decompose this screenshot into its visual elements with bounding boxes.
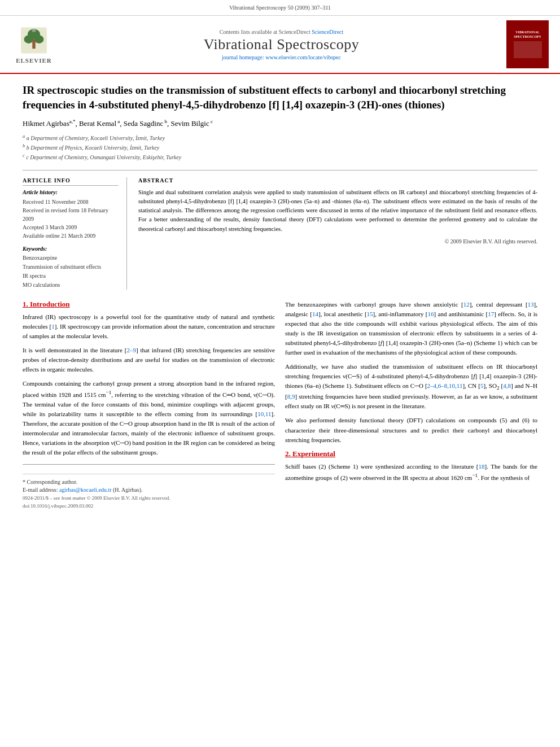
- affiliation-b: b b Department of Physics, Kocaeli Unive…: [23, 143, 537, 152]
- experimental-para-1: Schiff bases (2) (Scheme 1) were synthes…: [285, 462, 537, 483]
- ref-1: 1: [51, 323, 55, 330]
- cover-journal-title: VIBRATIONALSPECTROSCOPY: [514, 30, 541, 38]
- keywords-label: Keywords:: [23, 246, 119, 252]
- elsevier-tree-icon: [17, 25, 51, 56]
- affiliations: a a Department of Chemistry, Kocaeli Uni…: [23, 133, 537, 162]
- online-date: Available online 21 March 2009: [23, 231, 119, 240]
- article-body: IR spectroscopic studies on the transmis…: [0, 74, 560, 520]
- svg-point-2: [24, 35, 34, 43]
- right-para-3: We also performed density functional the…: [285, 416, 537, 444]
- journal-header: Vibrational Spectroscopy 50 (2009) 307–3…: [0, 0, 560, 16]
- journal-cover-thumbnail: VIBRATIONALSPECTROSCOPY: [506, 20, 549, 68]
- experimental-heading: 2. Experimental: [285, 449, 537, 458]
- footer-divider: [23, 464, 275, 465]
- intro-para-1: Infrared (IR) spectroscopy is a powerful…: [23, 312, 275, 341]
- ref-15: 15: [367, 311, 373, 317]
- body-right-column: The benzoxazepines with carbonyl groups …: [285, 300, 537, 509]
- ref-13: 13: [528, 301, 534, 308]
- ref-2-4: 2–4,6–8,10,11: [427, 382, 463, 389]
- article-title: IR spectroscopic studies on the transmis…: [23, 83, 537, 112]
- intro-para-2: It is well demonstrated in the literatur…: [23, 346, 275, 374]
- intro-para-3: Compounds containing the carbonyl group …: [23, 379, 275, 457]
- keyword-2: Transmission of substituent effects: [23, 263, 119, 272]
- elsevier-logo: ELSEVIER: [11, 25, 56, 64]
- right-para-2: Additionally, we have also studied the t…: [285, 362, 537, 412]
- issn-line: 0924-2031/$ – see front matter © 2009 El…: [23, 495, 275, 501]
- intro-heading: 1. Introduction: [23, 300, 275, 309]
- corresponding-note: * Corresponding author.: [23, 479, 275, 485]
- ref-14: 14: [312, 311, 318, 317]
- ref-12: 12: [463, 301, 470, 308]
- contents-line: Contents lists available at ScienceDirec…: [56, 29, 506, 35]
- article-info-column: ARTICLE INFO Article history: Received 1…: [23, 177, 127, 290]
- body-columns: 1. Introduction Infrared (IR) spectrosco…: [23, 300, 537, 509]
- article-footer: * Corresponding author. E-mail address: …: [23, 474, 275, 509]
- journal-title: Vibrational Spectroscopy: [56, 36, 506, 53]
- affiliation-a: a a Department of Chemistry, Kocaeli Uni…: [23, 133, 537, 142]
- doi-line: doi:10.1016/j.vibspec.2009.03.002: [23, 503, 275, 509]
- ref-10-11: 10,11: [257, 410, 271, 417]
- body-section: 1. Introduction Infrared (IR) spectrosco…: [23, 300, 537, 509]
- keywords-section: Keywords: Benzoxazepine Transmission of …: [23, 246, 119, 290]
- email-link[interactable]: agirbas@kocaeli.edu.tr: [59, 487, 112, 493]
- elsevier-brand-text: ELSEVIER: [16, 57, 52, 64]
- svg-rect-4: [32, 40, 36, 49]
- right-para-1: The benzoxazepines with carbonyl groups …: [285, 300, 537, 357]
- keyword-1: Benzoxazepine: [23, 254, 119, 263]
- homepage-label: journal homepage:: [222, 54, 265, 60]
- ref-16: 16: [427, 311, 434, 317]
- svg-point-5: [32, 28, 36, 32]
- keyword-3: IR spectra: [23, 272, 119, 281]
- email-suffix: (H. Agirbas).: [113, 487, 143, 493]
- keyword-4: MO calculations: [23, 281, 119, 290]
- ref-18: 18: [479, 463, 485, 470]
- revised-date: Received in revised form 18 February 200…: [23, 206, 119, 223]
- volume-info: Vibrational Spectroscopy 50 (2009) 307–3…: [11, 5, 549, 11]
- accepted-date: Accepted 3 March 2009: [23, 223, 119, 231]
- ref-2-9: 2–9: [126, 347, 136, 353]
- svg-point-3: [34, 35, 44, 43]
- article-history-label: Article history:: [23, 189, 119, 195]
- sciencedirect-link[interactable]: ScienceDirect: [312, 29, 343, 35]
- email-note: E-mail address: agirbas@kocaeli.edu.tr (…: [23, 487, 275, 493]
- homepage-url[interactable]: www.elsevier.com/locate/vibspec: [265, 54, 341, 60]
- abstract-text: Single and dual substituent correlation …: [138, 188, 537, 234]
- article-info-label: ARTICLE INFO: [23, 177, 119, 186]
- cover-image-decoration: [514, 41, 542, 58]
- ref-8-9: 8,9: [287, 393, 295, 400]
- page: Vibrational Spectroscopy 50 (2009) 307–3…: [0, 0, 560, 747]
- received-date: Received 11 November 2008: [23, 198, 119, 206]
- abstract-label: ABSTRACT: [138, 177, 537, 184]
- body-left-column: 1. Introduction Infrared (IR) spectrosco…: [23, 300, 275, 509]
- abstract-column: ABSTRACT Single and dual substituent cor…: [138, 177, 537, 290]
- ref-5: 5: [480, 382, 484, 389]
- header-inner: ELSEVIER Contents lists available at Sci…: [0, 16, 560, 74]
- authors-line: Hikmet Agirbasa,*, Berat Kemal a, Seda S…: [23, 119, 537, 128]
- copyright-line: © 2009 Elsevier B.V. All rights reserved…: [138, 238, 537, 244]
- journal-homepage: journal homepage: www.elsevier.com/locat…: [56, 54, 506, 60]
- ref-4-8: 4,8: [503, 382, 511, 389]
- email-label: E-mail address:: [23, 487, 58, 493]
- affiliation-c: c c Department of Chemistry, Osmangazi U…: [23, 152, 537, 161]
- info-abstract-columns: ARTICLE INFO Article history: Received 1…: [23, 170, 537, 290]
- journal-title-block: Contents lists available at ScienceDirec…: [56, 29, 506, 60]
- ref-17: 17: [488, 311, 494, 317]
